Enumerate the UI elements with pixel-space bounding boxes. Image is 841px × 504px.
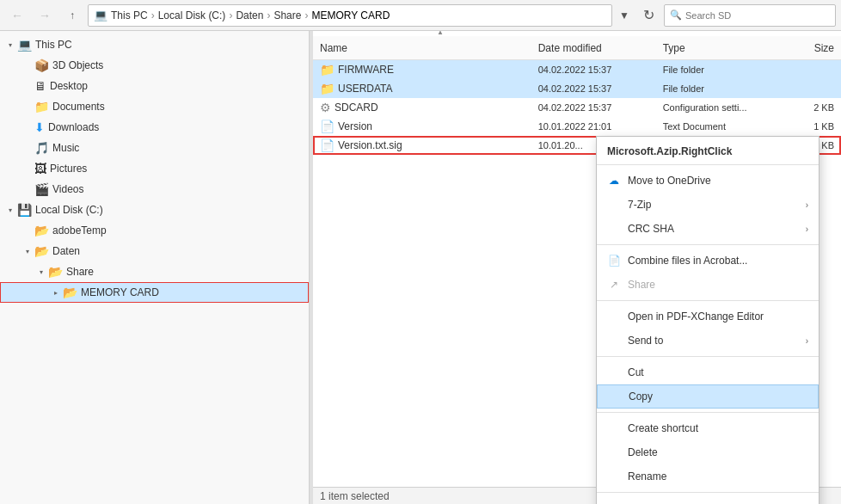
col-header-type[interactable]: Type (663, 42, 788, 54)
copy-icon (608, 390, 622, 403)
search-icon: 🔍 (670, 9, 682, 21)
ctx-item-delete[interactable]: Delete (597, 440, 819, 464)
toolbar: ← → ↑ 💻 This PC › Local Disk (C:) › Date… (0, 0, 841, 31)
local-disk-icon: 💾 (17, 203, 32, 217)
3d-objects-icon: 📦 (34, 58, 49, 72)
daten-icon: 📂 (34, 244, 49, 258)
sidebar-item-documents[interactable]: ▸ 📁 Documents (0, 96, 309, 117)
ctx-item-pdf-xchange[interactable]: Open in PDF-XChange Editor (597, 304, 819, 329)
sidebar-item-local-disk[interactable]: ▾ 💾 Local Disk (C:) (0, 200, 309, 220)
sidebar-label-videos: Videos (52, 183, 83, 195)
address-dropdown-button[interactable]: ▼ (616, 4, 633, 27)
sidebar-item-desktop[interactable]: ▸ 🖥 Desktop (0, 76, 309, 96)
ctx-separator-2 (597, 300, 819, 301)
statusbar-text: 1 item selected (320, 490, 390, 502)
up-button[interactable]: ↑ (60, 4, 84, 27)
shortcut-icon (607, 421, 621, 435)
sidebar-label-music: Music (52, 142, 79, 154)
userdata-date: 04.02.2022 15:37 (538, 83, 663, 94)
path-local-disk: Local Disk (C:) (158, 9, 226, 22)
sidebar-item-videos[interactable]: ▸ 🎬 Videos (0, 179, 309, 200)
col-header-date[interactable]: Date modified (538, 42, 663, 54)
ctx-item-create-shortcut[interactable]: Create shortcut (597, 416, 819, 440)
expand-icon-local-disk[interactable]: ▾ (3, 203, 17, 217)
sidebar-item-this-pc[interactable]: ▾ 💻 This PC (0, 34, 309, 55)
search-box[interactable]: 🔍 (664, 4, 836, 27)
userdata-label: USERDATA (338, 83, 393, 95)
firmware-label: FIRMWARE (338, 64, 394, 76)
expand-icon-share[interactable]: ▾ (34, 265, 48, 279)
ctx-item-cut[interactable]: Cut (597, 360, 819, 384)
ctx-item-7zip[interactable]: 7-Zip › (597, 193, 819, 217)
share-menu-icon: ↗ (607, 278, 621, 292)
back-button[interactable]: ← (5, 4, 29, 27)
firmware-type: File folder (663, 65, 788, 75)
sdcard-label: SDCARD (335, 101, 378, 114)
ctx-item-combine-acrobat[interactable]: 📄 Combine files in Acrobat... (597, 249, 819, 273)
sendto-arrow: › (806, 336, 808, 346)
breadcrumb: This PC › Local Disk (C:) › Daten › Shar… (111, 9, 390, 22)
ctx-item-send-to[interactable]: Send to › (597, 329, 819, 353)
sidebar-item-daten[interactable]: ▾ 📂 Daten (0, 241, 309, 261)
search-input[interactable] (685, 10, 830, 21)
sidebar-item-share[interactable]: ▾ 📂 Share (0, 261, 309, 282)
col-header-size[interactable]: Size (788, 42, 834, 54)
file-name-userdata: 📁 USERDATA (320, 82, 538, 95)
table-row[interactable]: 📁 FIRMWARE 04.02.2022 15:37 File folder (313, 60, 841, 79)
crc-sha-icon (607, 222, 621, 236)
file-name-version: 📄 Version (320, 120, 538, 133)
acrobat-icon: 📄 (607, 254, 621, 267)
versionsig-icon: 📄 (320, 138, 335, 152)
sidebar: ▾ 💻 This PC ▸ 📦 3D Objects ▸ 🖥 Desktop ▸… (0, 31, 310, 504)
address-bar[interactable]: 💻 This PC › Local Disk (C:) › Daten › Sh… (88, 4, 612, 27)
sidebar-item-memory-card[interactable]: ▸ 📂 MEMORY CARD (0, 282, 309, 303)
ctx-item-properties[interactable]: Properties (597, 496, 819, 504)
sidebar-label-memory-card: MEMORY CARD (81, 286, 159, 298)
expand-icon-memory-card[interactable]: ▸ (49, 286, 63, 299)
sidebar-item-adobetemp[interactable]: ▸ 📂 adobeTemp (0, 220, 309, 241)
ctx-item-share[interactable]: ↗ Share (597, 273, 819, 297)
7zip-arrow: › (806, 200, 808, 210)
table-row[interactable]: ⚙ SDCARD 04.02.2022 15:37 Configuration … (313, 98, 841, 117)
share-icon: 📂 (48, 265, 63, 279)
refresh-button[interactable]: ↻ (636, 4, 660, 27)
ctx-separator-0 (597, 164, 819, 165)
context-menu-header: Microsoft.Azip.RightClick (597, 140, 819, 161)
sidebar-item-music[interactable]: ▸ 🎵 Music (0, 138, 309, 158)
ctx-item-onedrive[interactable]: ☁ Move to OneDrive (597, 169, 819, 193)
ctx-separator-1 (597, 244, 819, 245)
sdcard-size: 2 KB (788, 102, 834, 113)
expand-icon-this-pc[interactable]: ▾ (3, 38, 17, 52)
pdfxchange-icon (607, 310, 621, 323)
context-menu: Microsoft.Azip.RightClick ☁ Move to OneD… (596, 136, 820, 504)
sidebar-label-daten: Daten (52, 245, 80, 257)
desktop-icon: 🖥 (34, 79, 46, 93)
sendto-icon (607, 334, 621, 347)
ctx-item-copy[interactable]: Copy (597, 384, 819, 409)
path-icon: 💻 (94, 9, 107, 22)
downloads-icon: ⬇ (34, 120, 45, 134)
ctx-item-crc-sha[interactable]: CRC SHA › (597, 217, 819, 241)
sidebar-item-3d-objects[interactable]: ▸ 📦 3D Objects (0, 55, 309, 76)
version-size: 1 KB (788, 121, 834, 132)
table-row[interactable]: 📁 USERDATA 04.02.2022 15:37 File folder (313, 79, 841, 98)
sidebar-item-downloads[interactable]: ▸ ⬇ Downloads (0, 117, 309, 138)
col-header-name[interactable]: Name (320, 42, 538, 54)
sidebar-label-this-pc: This PC (35, 39, 72, 51)
crc-sha-arrow: › (806, 224, 808, 234)
cut-icon (607, 366, 621, 379)
sidebar-label-share: Share (66, 266, 94, 278)
ctx-separator-4 (597, 412, 819, 413)
expand-icon-daten[interactable]: ▾ (21, 244, 34, 258)
ctx-separator-3 (597, 356, 819, 357)
sidebar-label-adobetemp: adobeTemp (52, 224, 107, 237)
forward-button[interactable]: → (33, 4, 57, 27)
sidebar-item-pictures[interactable]: ▸ 🖼 Pictures (0, 158, 309, 179)
versionsig-label: Version.txt.sig (338, 139, 402, 151)
ctx-item-rename[interactable]: Rename (597, 464, 819, 489)
sdcard-icon: ⚙ (320, 101, 331, 114)
table-row[interactable]: 📄 Version 10.01.2022 21:01 Text Document… (313, 117, 841, 136)
file-name-firmware: 📁 FIRMWARE (320, 63, 538, 77)
version-icon: 📄 (320, 120, 335, 133)
sidebar-label-documents: Documents (52, 101, 105, 113)
